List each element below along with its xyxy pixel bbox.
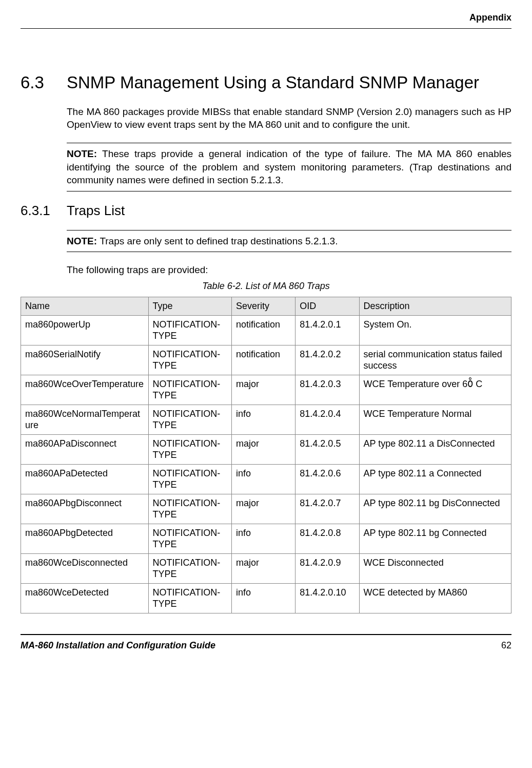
note-text: Traps are only sent to defined trap dest… bbox=[100, 236, 338, 246]
cell-type: NOTIFICATION-TYPE bbox=[148, 375, 232, 405]
cell-description: serial communication status failed succe… bbox=[359, 345, 511, 375]
subsection-number: 6.3.1 bbox=[21, 203, 67, 219]
cell-description: WCE Disconnected bbox=[359, 553, 511, 583]
cell-type: NOTIFICATION-TYPE bbox=[148, 553, 232, 583]
cell-oid: 81.4.2.0.9 bbox=[295, 553, 359, 583]
cell-type: NOTIFICATION-TYPE bbox=[148, 315, 232, 345]
cell-oid: 81.4.2.0.6 bbox=[295, 464, 359, 494]
cell-name: ma860WceOverTemperature bbox=[21, 375, 149, 405]
header-label: Appendix bbox=[469, 12, 511, 23]
cell-severity: major bbox=[232, 375, 295, 405]
cell-type: NOTIFICATION-TYPE bbox=[148, 524, 232, 553]
col-header-name: Name bbox=[21, 297, 149, 316]
footer-page-number: 62 bbox=[501, 640, 511, 651]
note-box-2: NOTE: Traps are only sent to defined tra… bbox=[67, 230, 511, 253]
cell-name: ma860WceNormalTemperature bbox=[21, 405, 149, 434]
cell-name: ma860APaDisconnect bbox=[21, 434, 149, 464]
cell-oid: 81.4.2.0.2 bbox=[295, 345, 359, 375]
page-header: Appendix bbox=[21, 10, 511, 29]
cell-description: WCE Temperature over 60̊ C bbox=[359, 375, 511, 405]
cell-description: AP type 802.11 a Connected bbox=[359, 464, 511, 494]
cell-description: AP type 802.11 bg DisConnected bbox=[359, 494, 511, 524]
section-paragraph: The MA 860 packages provide MIBSs that e… bbox=[67, 105, 511, 131]
cell-type: NOTIFICATION-TYPE bbox=[148, 583, 232, 613]
cell-severity: info bbox=[232, 583, 295, 613]
table-row: ma860APaDetectedNOTIFICATION-TYPEinfo81.… bbox=[21, 464, 511, 494]
cell-severity: major bbox=[232, 494, 295, 524]
cell-name: ma860WceDisconnected bbox=[21, 553, 149, 583]
col-header-type: Type bbox=[148, 297, 232, 316]
col-header-oid: OID bbox=[295, 297, 359, 316]
table-row: ma860SerialNotifyNOTIFICATION-TYPEnotifi… bbox=[21, 345, 511, 375]
table-row: ma860WceOverTemperatureNOTIFICATION-TYPE… bbox=[21, 375, 511, 405]
cell-severity: info bbox=[232, 524, 295, 553]
cell-type: NOTIFICATION-TYPE bbox=[148, 464, 232, 494]
cell-oid: 81.4.2.0.4 bbox=[295, 405, 359, 434]
cell-oid: 81.4.2.0.3 bbox=[295, 375, 359, 405]
table-row: ma860powerUpNOTIFICATION-TYPEnotificatio… bbox=[21, 315, 511, 345]
note-label: NOTE: bbox=[67, 148, 102, 159]
cell-type: NOTIFICATION-TYPE bbox=[148, 434, 232, 464]
cell-severity: notification bbox=[232, 345, 295, 375]
spacer bbox=[21, 29, 511, 72]
table-row: ma860WceNormalTemperatureNOTIFICATION-TY… bbox=[21, 405, 511, 434]
section-title: SNMP Management Using a Standard SNMP Ma… bbox=[67, 72, 511, 93]
cell-name: ma860SerialNotify bbox=[21, 345, 149, 375]
subsection-title: Traps List bbox=[67, 203, 511, 219]
note-box-1: NOTE: These traps provide a general indi… bbox=[67, 143, 511, 191]
subsection-paragraph: The following traps are provided: bbox=[67, 263, 511, 277]
cell-name: ma860APbgDisconnect bbox=[21, 494, 149, 524]
traps-table: Name Type Severity OID Description ma860… bbox=[21, 297, 511, 613]
cell-severity: info bbox=[232, 464, 295, 494]
cell-description: AP type 802.11 bg Connected bbox=[359, 524, 511, 553]
cell-name: ma860WceDetected bbox=[21, 583, 149, 613]
table-caption: Table 6-2. List of MA 860 Traps bbox=[21, 281, 511, 292]
cell-type: NOTIFICATION-TYPE bbox=[148, 405, 232, 434]
table-row: ma860WceDisconnectedNOTIFICATION-TYPEmaj… bbox=[21, 553, 511, 583]
page-footer: MA-860 Installation and Configuration Gu… bbox=[21, 634, 511, 651]
cell-type: NOTIFICATION-TYPE bbox=[148, 494, 232, 524]
cell-description: AP type 802.11 a DisConnected bbox=[359, 434, 511, 464]
col-header-description: Description bbox=[359, 297, 511, 316]
col-header-severity: Severity bbox=[232, 297, 295, 316]
cell-type: NOTIFICATION-TYPE bbox=[148, 345, 232, 375]
subsection-heading: 6.3.1 Traps List bbox=[21, 203, 511, 219]
table-row: ma860WceDetectedNOTIFICATION-TYPEinfo81.… bbox=[21, 583, 511, 613]
section-number: 6.3 bbox=[21, 72, 67, 93]
cell-name: ma860powerUp bbox=[21, 315, 149, 345]
cell-severity: major bbox=[232, 434, 295, 464]
note-label: NOTE: bbox=[67, 236, 100, 246]
table-row: ma860APaDisconnectNOTIFICATION-TYPEmajor… bbox=[21, 434, 511, 464]
cell-severity: info bbox=[232, 405, 295, 434]
cell-oid: 81.4.2.0.8 bbox=[295, 524, 359, 553]
section-heading: 6.3 SNMP Management Using a Standard SNM… bbox=[21, 72, 511, 93]
cell-description: WCE detected by MA860 bbox=[359, 583, 511, 613]
table-row: ma860APbgDetectedNOTIFICATION-TYPEinfo81… bbox=[21, 524, 511, 553]
note-text: These traps provide a general indication… bbox=[67, 148, 511, 185]
cell-severity: notification bbox=[232, 315, 295, 345]
cell-severity: major bbox=[232, 553, 295, 583]
cell-oid: 81.4.2.0.10 bbox=[295, 583, 359, 613]
cell-description: WCE Temperature Normal bbox=[359, 405, 511, 434]
cell-oid: 81.4.2.0.1 bbox=[295, 315, 359, 345]
table-row: ma860APbgDisconnectNOTIFICATION-TYPEmajo… bbox=[21, 494, 511, 524]
table-header-row: Name Type Severity OID Description bbox=[21, 297, 511, 316]
cell-oid: 81.4.2.0.5 bbox=[295, 434, 359, 464]
cell-name: ma860APbgDetected bbox=[21, 524, 149, 553]
cell-oid: 81.4.2.0.7 bbox=[295, 494, 359, 524]
cell-name: ma860APaDetected bbox=[21, 464, 149, 494]
footer-title: MA-860 Installation and Configuration Gu… bbox=[21, 640, 215, 651]
cell-description: System On. bbox=[359, 315, 511, 345]
